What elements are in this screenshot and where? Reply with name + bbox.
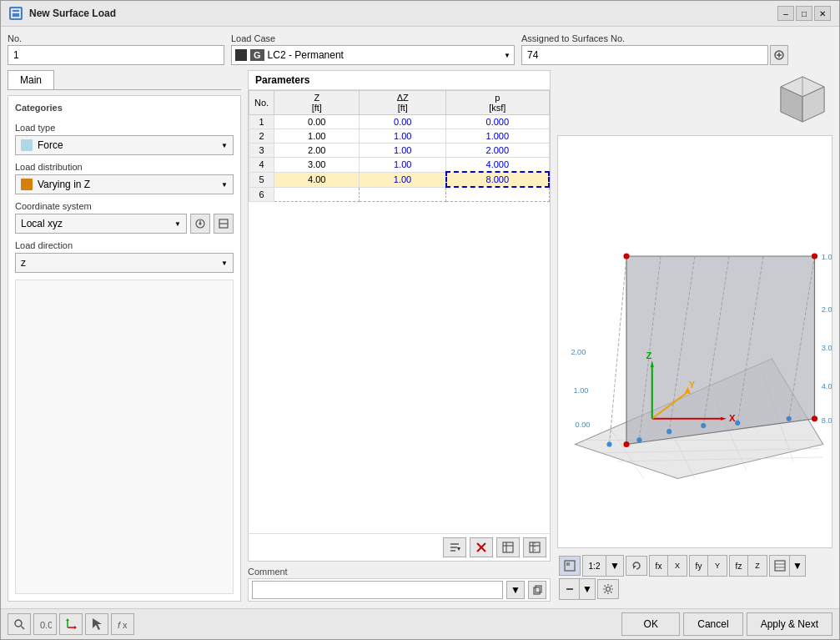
view-num-arrow[interactable]: ▼ [606, 556, 623, 576]
svg-point-51 [606, 441, 611, 446]
cell-p[interactable]: 4.000 [446, 158, 549, 173]
svg-text:X: X [729, 413, 736, 423]
svg-point-53 [666, 429, 671, 434]
rotate-button[interactable] [626, 556, 647, 576]
cell-p[interactable]: 1.000 [446, 129, 549, 144]
tab-main[interactable]: Main [8, 70, 54, 89]
window-controls: – □ ✕ [777, 6, 831, 21]
cell-p[interactable]: 8.000 [446, 172, 549, 187]
parameters-table-container: No. Z[ft] ΔZ[ft] p[ksf] 10.000.000.00021… [249, 90, 550, 533]
import-table-button[interactable] [496, 537, 520, 557]
col-dz-header: ΔZ[ft] [360, 91, 446, 115]
axis-y-group: fy Y [689, 555, 727, 577]
axis-fx-button[interactable]: fx [650, 556, 668, 576]
select-tool-button[interactable] [85, 613, 108, 635]
view-more-btn[interactable] [560, 579, 580, 599]
load-distribution-arrow-icon: ▼ [221, 181, 228, 189]
load-distribution-selector[interactable]: Varying in Z ▼ [15, 174, 234, 194]
load-type-selector[interactable]: Force ▼ [15, 135, 234, 155]
load-case-selector[interactable]: G LC2 - Permanent ▼ [231, 45, 515, 65]
cell-z[interactable]: 2.00 [274, 144, 360, 158]
coordinate-system-value: Local xyz [21, 218, 174, 229]
view-cube[interactable] [772, 70, 832, 130]
view-num-btn[interactable]: 1:2 [583, 556, 606, 576]
view-more-arrow[interactable]: ▼ [580, 579, 595, 599]
parameters-section: Parameters No. Z[ft] ΔZ[ft] p[ksf] [248, 70, 551, 562]
delete-row-button[interactable] [470, 537, 493, 557]
load-direction-selector[interactable]: z ▼ [15, 253, 234, 273]
apply-next-button[interactable]: Apply & Next [747, 612, 832, 636]
categories-section: Categories Load type Force ▼ Load distri… [8, 95, 241, 602]
export-table-button[interactable] [523, 537, 546, 557]
cell-p[interactable]: 2.000 [446, 144, 549, 158]
cell-z[interactable]: 1.00 [274, 129, 360, 144]
cell-dz[interactable]: 1.00 [360, 158, 446, 173]
view-preset-arrow[interactable]: ▼ [790, 556, 805, 576]
load-distribution-value: Varying in Z [38, 179, 221, 190]
ok-button[interactable]: OK [621, 612, 680, 636]
svg-text:0.0: 0.0 [40, 620, 52, 630]
svg-point-55 [735, 421, 740, 426]
table-row: 21.001.001.000 [249, 129, 550, 144]
cell-no: 2 [249, 129, 274, 144]
comment-input[interactable] [253, 582, 502, 598]
cell-dz[interactable]: 1.00 [360, 129, 446, 144]
load-direction-arrow-icon: ▼ [221, 260, 228, 267]
axes-tool-button[interactable] [59, 613, 83, 635]
axis-z-button[interactable]: Z [748, 556, 767, 576]
load-distribution-group: Load distribution Varying in Z ▼ [15, 162, 234, 194]
settings-button[interactable] [597, 579, 619, 599]
svg-text:3.00: 3.00 [822, 344, 832, 352]
view-select-button[interactable] [559, 556, 581, 576]
minimize-button[interactable]: – [777, 6, 794, 21]
decimal-tool-button[interactable]: 0.0 [33, 613, 57, 635]
svg-marker-86 [74, 626, 77, 629]
load-preview-box [15, 280, 234, 594]
axis-x-button[interactable]: X [668, 556, 687, 576]
cell-z[interactable]: 3.00 [274, 158, 360, 173]
assigned-input[interactable] [521, 45, 768, 65]
svg-point-50 [812, 416, 817, 421]
coordinate-system-label: Coordinate system [15, 201, 234, 211]
coordinate-system-group: Coordinate system Local xyz ▼ [15, 201, 234, 234]
close-button[interactable]: ✕ [814, 6, 831, 21]
sort-down-button[interactable] [443, 537, 466, 557]
search-tool-button[interactable] [8, 613, 31, 635]
axis-fy-button[interactable]: fy [690, 556, 708, 576]
svg-point-48 [623, 441, 629, 447]
cell-z[interactable]: 0.00 [274, 115, 360, 129]
categories-header: Categories [15, 103, 234, 113]
cell-dz[interactable]: 0.00 [360, 115, 446, 129]
assigned-pick-button[interactable] [770, 45, 788, 65]
no-input[interactable] [8, 45, 224, 65]
col-no-header: No. [249, 91, 274, 115]
axis-y-button[interactable]: Y [708, 556, 727, 576]
cell-z[interactable] [274, 187, 360, 201]
comment-input-wrapper [252, 581, 503, 599]
comment-expand-button[interactable]: ▼ [506, 581, 525, 599]
cell-dz[interactable] [360, 187, 446, 201]
cell-z[interactable]: 4.00 [274, 172, 360, 187]
svg-text:f: f [118, 620, 121, 630]
cell-p[interactable] [446, 187, 549, 201]
svg-point-7 [199, 223, 202, 225]
bottom-toolbar: 0.0 fx OK Cancel Apply & Next [1, 608, 839, 639]
comment-copy-button[interactable] [528, 581, 546, 599]
axis-fz-button[interactable]: fz [730, 556, 748, 576]
coord-btn-2[interactable] [214, 214, 234, 234]
load-type-value: Force [38, 139, 221, 151]
view-preset-btn[interactable] [770, 556, 790, 576]
load-case-badge: G [250, 49, 264, 61]
coordinate-system-selector[interactable]: Local xyz ▼ [15, 214, 187, 234]
col-z-header: Z[ft] [274, 91, 360, 115]
cell-dz[interactable]: 1.00 [360, 144, 446, 158]
script-tool-button[interactable]: fx [111, 613, 134, 635]
coord-btn-1[interactable] [190, 214, 210, 234]
cell-dz[interactable]: 1.00 [360, 172, 446, 187]
cancel-button[interactable]: Cancel [683, 612, 742, 636]
svg-marker-76 [633, 566, 636, 569]
maximize-button[interactable]: □ [796, 6, 812, 21]
table-row: 6 [249, 187, 550, 201]
cell-p[interactable]: 0.000 [446, 115, 549, 129]
title-bar: New Surface Load – □ ✕ [1, 1, 839, 27]
